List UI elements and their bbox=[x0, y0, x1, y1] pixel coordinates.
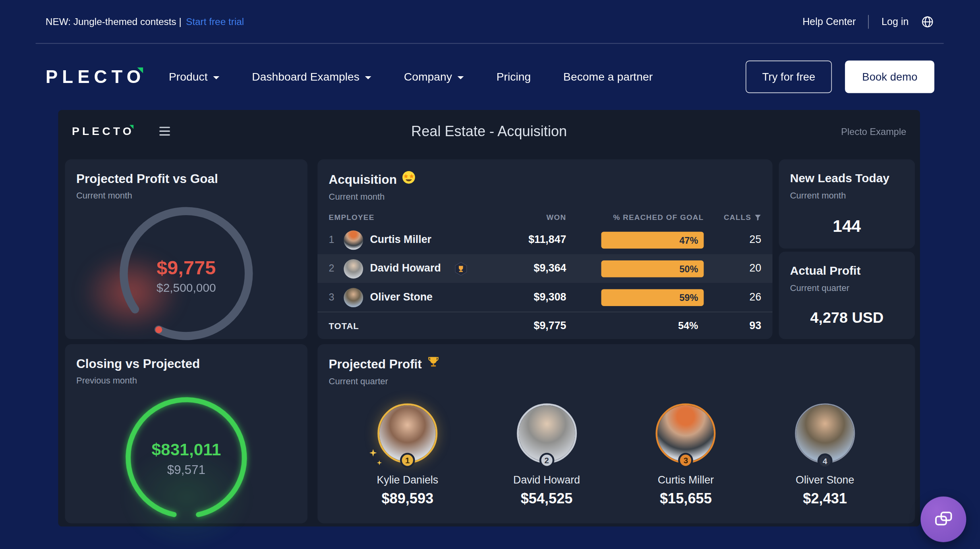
announcement-bar: NEW: Jungle-themed contests | Start free… bbox=[36, 0, 944, 44]
gauge-values: $9,775 $2,500,000 bbox=[65, 257, 307, 295]
panel-actual-profit: Actual Profit Current quarter 4,278 USD bbox=[779, 252, 915, 339]
chat-icon bbox=[934, 509, 953, 529]
table-total-row: TOTAL $9,775 54% 93 bbox=[317, 312, 772, 339]
rank-badge: 1 bbox=[400, 453, 415, 468]
contestant-value: $15,655 bbox=[660, 490, 712, 507]
avatar bbox=[344, 230, 363, 250]
stat-value: 144 bbox=[790, 217, 904, 236]
nav-actions: Try for free Book demo bbox=[745, 61, 934, 93]
rank-badge: 2 bbox=[539, 453, 554, 468]
contestant-2: 2 David Howard $54,525 bbox=[503, 403, 590, 507]
panel-title: Projected Profit vs Goal bbox=[76, 171, 296, 187]
contestants: 1 Kylie Daniels $89,593 2 David Howard $… bbox=[329, 403, 904, 507]
nav-item-company[interactable]: Company bbox=[404, 70, 464, 83]
panel-subtitle: Current month bbox=[790, 191, 904, 200]
nav-item-dashboard-examples[interactable]: Dashboard Examples bbox=[252, 70, 371, 83]
contestant-name: Curtis Miller bbox=[658, 474, 714, 486]
panel-projected-profit-vs-goal: Projected Profit vs Goal Current month $… bbox=[65, 159, 307, 339]
gauge-value: $831,011 bbox=[65, 439, 307, 460]
dashboard-embed: PLECTO Real Estate - Acquisition Plecto … bbox=[58, 110, 920, 526]
login-link[interactable]: Log in bbox=[881, 16, 909, 27]
panel-subtitle: Current quarter bbox=[790, 283, 904, 293]
panel-title: Acquisition bbox=[329, 171, 762, 188]
avatar: 3 bbox=[656, 403, 716, 463]
book-demo-button[interactable]: Book demo bbox=[845, 61, 934, 93]
table-header-row: EMPLOYEE WON % REACHED OF GOAL CALLS bbox=[317, 209, 772, 225]
globe-icon[interactable] bbox=[921, 15, 934, 28]
chevron-down-icon bbox=[458, 76, 464, 79]
panel-title: Actual Profit bbox=[790, 263, 904, 279]
goal-bar: 50% bbox=[601, 260, 704, 277]
contestant-1: 1 Kylie Daniels $89,593 bbox=[364, 403, 451, 507]
col-calls: CALLS bbox=[704, 213, 762, 222]
contestant-value: $2,431 bbox=[803, 490, 847, 507]
menu-icon bbox=[159, 127, 170, 136]
divider bbox=[868, 15, 869, 29]
contestant-3: 3 Curtis Miller $15,655 bbox=[642, 403, 729, 507]
contestant-name: Kylie Daniels bbox=[377, 474, 438, 486]
panel-title: Closing vs Projected bbox=[76, 355, 296, 372]
panel-subtitle: Current quarter bbox=[329, 376, 904, 386]
dashboard-title: Real Estate - Acquisition bbox=[411, 123, 567, 139]
sparkle-icon bbox=[377, 460, 382, 466]
rank-badge: 3 bbox=[678, 453, 694, 468]
contestant-name: David Howard bbox=[513, 474, 580, 486]
panel-subtitle: Previous month bbox=[76, 376, 296, 385]
star-struck-emoji-icon bbox=[402, 171, 416, 188]
chat-widget-button[interactable] bbox=[920, 497, 966, 542]
plecto-logo[interactable]: PLECTO bbox=[46, 67, 145, 87]
contestant-value: $54,525 bbox=[521, 490, 573, 507]
contestant-value: $89,593 bbox=[381, 490, 433, 507]
contestant-4: 4 Oliver Stone $2,431 bbox=[781, 403, 869, 507]
filter-icon bbox=[754, 214, 761, 221]
table-row: 2 David Howard $9,364 bbox=[317, 254, 772, 283]
avatar: 1 bbox=[377, 403, 437, 463]
table-row: 1 Curtis Miller $11,847 47% 25 bbox=[317, 225, 772, 254]
start-free-trial-link[interactable]: Start free trial bbox=[186, 16, 244, 27]
col-won: WON bbox=[485, 213, 566, 222]
goal-bar: 47% bbox=[601, 231, 704, 248]
try-for-free-button[interactable]: Try for free bbox=[745, 61, 832, 93]
goal-bar: 59% bbox=[601, 289, 704, 306]
panel-new-leads-today: New Leads Today Current month 144 bbox=[779, 159, 915, 248]
panel-closing-vs-projected: Closing vs Projected Previous month $831… bbox=[65, 344, 307, 524]
col-employee: EMPLOYEE bbox=[329, 213, 485, 222]
chevron-down-icon bbox=[365, 76, 371, 79]
nav-items: Product Dashboard Examples Company Prici… bbox=[169, 70, 653, 83]
gauge-goal: $9,571 bbox=[65, 463, 307, 477]
dashboard-header: PLECTO Real Estate - Acquisition Plecto … bbox=[58, 110, 920, 152]
table-row: 3 Oliver Stone $9,308 59% 26 bbox=[317, 283, 772, 312]
avatar: 2 bbox=[517, 403, 577, 463]
panel-title: New Leads Today bbox=[790, 171, 904, 187]
avatar bbox=[344, 259, 363, 278]
dashboard-plecto-logo: PLECTO bbox=[72, 125, 134, 138]
announcement-text: NEW: Jungle-themed contests | bbox=[46, 16, 182, 27]
rank-badge: 4 bbox=[818, 453, 833, 468]
trophy-badge-icon bbox=[454, 261, 468, 275]
contestant-name: Oliver Stone bbox=[796, 474, 854, 486]
nav-item-pricing[interactable]: Pricing bbox=[497, 70, 531, 83]
panel-subtitle: Current month bbox=[76, 191, 296, 200]
dashboard-watermark: Plecto Example bbox=[841, 126, 906, 137]
gauge-values: $831,011 $9,571 bbox=[65, 439, 307, 477]
gauge-goal: $2,500,000 bbox=[65, 281, 307, 295]
page: NEW: Jungle-themed contests | Start free… bbox=[0, 0, 980, 549]
stat-value: 4,278 USD bbox=[790, 309, 904, 327]
main-nav: PLECTO Product Dashboard Examples Compan… bbox=[46, 44, 934, 110]
acquisition-table: EMPLOYEE WON % REACHED OF GOAL CALLS 1 bbox=[329, 209, 762, 339]
avatar bbox=[344, 288, 363, 307]
sparkle-icon bbox=[369, 449, 377, 457]
nav-item-become-a-partner[interactable]: Become a partner bbox=[563, 70, 653, 83]
utility-links: Help Center Log in bbox=[802, 15, 934, 29]
avatar: 4 bbox=[795, 403, 855, 463]
help-center-link[interactable]: Help Center bbox=[802, 16, 856, 27]
col-goal: % REACHED OF GOAL bbox=[566, 213, 704, 222]
trophy-emoji-icon bbox=[427, 355, 440, 372]
panel-acquisition: Acquisition Current month EMPLOYEE WON %… bbox=[317, 159, 772, 339]
panel-title: Projected Profit bbox=[329, 355, 904, 372]
gauge-progress-dot bbox=[155, 326, 162, 333]
announcement: NEW: Jungle-themed contests | Start free… bbox=[46, 16, 244, 27]
nav-item-product[interactable]: Product bbox=[169, 70, 220, 83]
gauge-value: $9,775 bbox=[65, 257, 307, 279]
chevron-down-icon bbox=[213, 76, 220, 79]
